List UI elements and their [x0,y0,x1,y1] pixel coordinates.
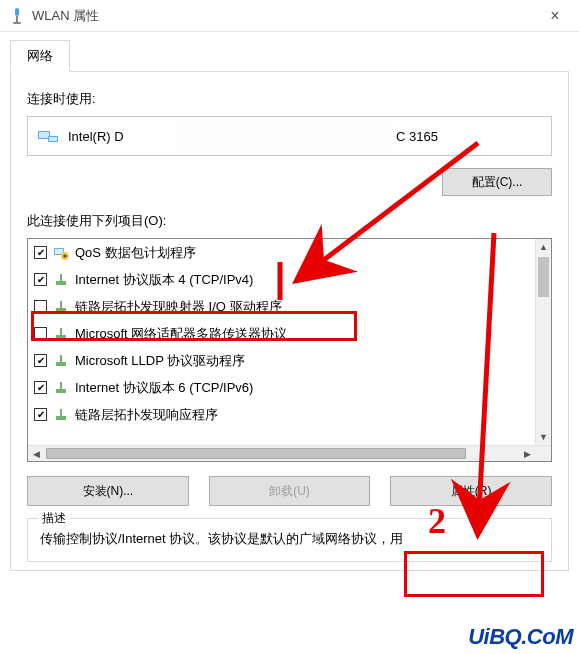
description-text: 传输控制协议/Internet 协议。该协议是默认的广域网络协议，用 [40,529,539,549]
checkbox-icon[interactable] [34,327,47,340]
horizontal-scrollbar[interactable]: ◀ ▶ [28,445,551,461]
svg-rect-4 [39,132,49,138]
list-item-label: 链路层拓扑发现响应程序 [75,406,218,424]
list-item[interactable]: ✔ 链路层拓扑发现响应程序 [28,401,535,428]
watermark: UiBQ.CoM [468,624,573,650]
list-item[interactable]: ✔ Internet 协议版本 4 (TCP/IPv4) [28,266,535,293]
titlebar: WLAN 属性 × [0,0,579,32]
protocol-icon [53,326,69,342]
hscroll-track[interactable] [44,446,519,461]
protocol-listbox-wrap: ✔ QoS 数据包计划程序 ✔ Internet 协议版本 4 (TCP/IPv… [27,238,552,462]
adapter-label: 连接时使用: [27,90,552,108]
scroll-down-icon[interactable]: ▼ [536,429,551,445]
svg-rect-0 [15,8,19,16]
list-item-label: Microsoft LLDP 协议驱动程序 [75,352,245,370]
items-label: 此连接使用下列项目(O): [27,212,552,230]
svg-rect-6 [49,137,57,141]
configure-button[interactable]: 配置(C)... [442,168,552,196]
protocol-icon [53,353,69,369]
qos-icon [53,245,69,261]
uninstall-button[interactable]: 卸载(U) [209,476,371,506]
protocol-listbox[interactable]: ✔ QoS 数据包计划程序 ✔ Internet 协议版本 4 (TCP/IPv… [27,238,552,462]
window-title: WLAN 属性 [32,7,535,25]
svg-rect-2 [13,22,21,24]
svg-rect-10 [56,281,66,285]
svg-rect-20 [56,416,66,420]
list-item[interactable]: ✔ QoS 数据包计划程序 [28,239,535,266]
svg-rect-11 [60,274,62,281]
svg-rect-12 [56,308,66,312]
hscroll-thumb[interactable] [46,448,466,459]
list-inner: ✔ QoS 数据包计划程序 ✔ Internet 协议版本 4 (TCP/IPv… [28,239,535,445]
scroll-up-icon[interactable]: ▲ [536,239,551,255]
list-item[interactable]: ✔ Internet 协议版本 6 (TCP/IPv6) [28,374,535,401]
list-item-label: Internet 协议版本 4 (TCP/IPv4) [75,271,253,289]
properties-button[interactable]: 属性(R) [390,476,552,506]
list-item[interactable]: Microsoft 网络适配器多路传送器协议 [28,320,535,347]
checkbox-icon[interactable]: ✔ [34,408,47,421]
tab-panel: 连接时使用: Intel(R) D C 3165 配置(C)... 此连接使用下… [10,72,569,571]
tab-network[interactable]: 网络 [10,40,70,72]
protocol-icon [53,407,69,423]
checkbox-icon[interactable]: ✔ [34,246,47,259]
list-item-label: 链路层拓扑发现映射器 I/O 驱动程序 [75,298,282,316]
checkbox-icon[interactable]: ✔ [34,381,47,394]
adapter-name-masked [175,121,393,151]
checkbox-icon[interactable] [34,300,47,313]
list-item[interactable]: ✔ Microsoft LLDP 协议驱动程序 [28,347,535,374]
svg-rect-13 [60,301,62,308]
vscroll-thumb[interactable] [538,257,549,297]
list-item-label: QoS 数据包计划程序 [75,244,196,262]
svg-rect-21 [60,409,62,416]
svg-rect-16 [56,362,66,366]
svg-rect-15 [60,328,62,335]
protocol-icon [53,272,69,288]
scroll-corner [535,446,551,461]
adapter-box: Intel(R) D C 3165 [27,116,552,156]
description-legend: 描述 [38,510,70,527]
svg-rect-18 [56,389,66,393]
description-fieldset: 描述 传输控制协议/Internet 协议。该协议是默认的广域网络协议，用 [27,518,552,562]
scroll-right-icon[interactable]: ▶ [519,446,535,461]
protocol-icon [53,380,69,396]
list-item-label: Microsoft 网络适配器多路传送器协议 [75,325,287,343]
tabstrip: 网络 [10,40,569,72]
checkbox-icon[interactable]: ✔ [34,354,47,367]
svg-rect-8 [55,249,63,254]
adapter-name-suffix: C 3165 [396,129,438,144]
vertical-scrollbar[interactable]: ▲ ▼ [535,239,551,445]
svg-rect-17 [60,355,62,362]
svg-rect-19 [60,382,62,389]
close-button[interactable]: × [535,7,575,25]
content-area: 网络 连接时使用: Intel(R) D C 3165 配置(C)... 此连接… [0,32,579,581]
list-item[interactable]: 链路层拓扑发现映射器 I/O 驱动程序 [28,293,535,320]
action-buttons-row: 安装(N)... 卸载(U) 属性(R) [27,476,552,506]
list-item-label: Internet 协议版本 6 (TCP/IPv6) [75,379,253,397]
configure-row: 配置(C)... [27,168,552,196]
protocol-icon [53,299,69,315]
app-icon [8,7,26,25]
svg-rect-14 [56,335,66,339]
network-adapter-icon [38,128,58,144]
scroll-left-icon[interactable]: ◀ [28,446,44,461]
checkbox-icon[interactable]: ✔ [34,273,47,286]
install-button[interactable]: 安装(N)... [27,476,189,506]
adapter-name-prefix: Intel(R) D [68,129,124,144]
svg-rect-1 [16,16,18,22]
